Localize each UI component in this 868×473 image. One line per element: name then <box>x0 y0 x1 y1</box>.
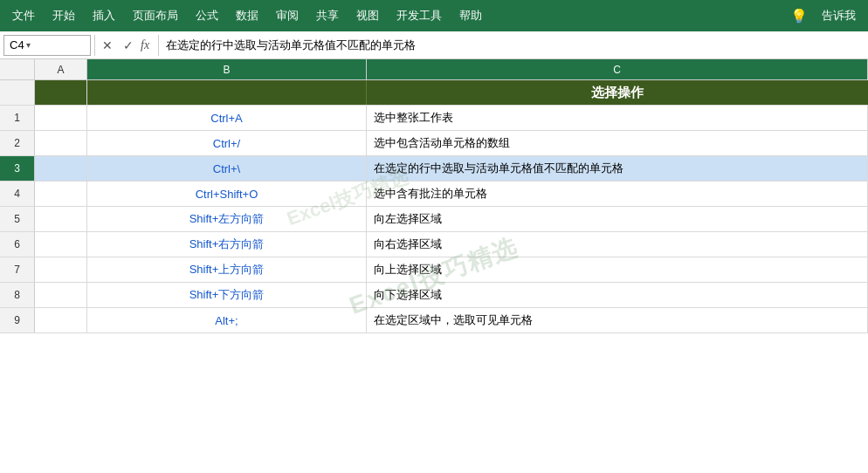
table-row: 4 Ctrl+Shift+O 选中含有批注的单元格 <box>0 182 868 207</box>
cell-2-c[interactable]: 选中包含活动单元格的数组 <box>367 131 868 155</box>
col-header-a[interactable]: A <box>35 59 87 79</box>
cell-5-c[interactable]: 向左选择区域 <box>367 207 868 231</box>
cell-6-b[interactable]: Shift+右方向箭 <box>87 232 367 257</box>
cell-8-b[interactable]: Shift+下方向箭 <box>87 283 367 307</box>
cell-3-a[interactable] <box>35 156 87 181</box>
row-num-7: 7 <box>0 257 35 282</box>
ribbon: 文件 开始 插入 页面布局 公式 数据 审阅 共享 视图 开发工具 帮助 💡 告… <box>0 0 868 31</box>
table-row: 9 Alt+; 在选定区域中，选取可见单元格 <box>0 308 868 333</box>
row-num-header <box>0 59 35 79</box>
name-box-value: C4 <box>10 38 24 51</box>
menu-file[interactable]: 文件 <box>3 4 44 27</box>
row-num-8: 8 <box>0 283 35 307</box>
menu-insert[interactable]: 插入 <box>84 4 124 27</box>
formula-bar-icons: ✕ ✓ <box>99 37 137 54</box>
cell-3-c[interactable]: 在选定的行中选取与活动单元格值不匹配的单元格 <box>367 156 868 181</box>
table-row: 7 Shift+上方向箭 向上选择区域 <box>0 257 868 283</box>
cell-1-a[interactable] <box>35 106 87 130</box>
menu-review[interactable]: 审阅 <box>267 4 307 27</box>
name-box-dropdown-icon[interactable]: ▾ <box>26 40 31 50</box>
cell-2-a[interactable] <box>35 131 87 155</box>
menu-formula[interactable]: 公式 <box>187 4 227 27</box>
column-headers: A B C <box>0 59 868 80</box>
col-header-c[interactable]: C <box>367 59 868 79</box>
formula-bar-divider2 <box>158 35 159 56</box>
cell-header-b[interactable] <box>87 80 367 105</box>
cell-1-b[interactable]: Ctrl+A <box>87 106 367 130</box>
cell-7-a[interactable] <box>35 257 87 282</box>
row-num-2: 2 <box>0 131 35 155</box>
cell-4-a[interactable] <box>35 182 87 206</box>
cell-2-b[interactable]: Ctrl+/ <box>87 131 367 155</box>
cell-3-b[interactable]: Ctrl+\ <box>87 156 367 181</box>
table-row: 8 Shift+下方向箭 向下选择区域 <box>0 283 868 308</box>
cell-7-b[interactable]: Shift+上方向箭 <box>87 257 367 282</box>
col-header-b[interactable]: B <box>87 59 367 79</box>
name-box[interactable]: C4 ▾ <box>3 35 91 56</box>
cell-9-b[interactable]: Alt+; <box>87 308 367 332</box>
confirm-icon[interactable]: ✓ <box>120 37 137 54</box>
tell-me[interactable]: 告诉我 <box>813 4 865 27</box>
table-header-row: 选择操作 <box>0 80 868 106</box>
formula-bar: C4 ▾ ✕ ✓ fx 在选定的行中选取与活动单元格值不匹配的单元格 <box>0 31 868 59</box>
lightbulb-icon: 💡 <box>785 8 813 24</box>
cancel-icon[interactable]: ✕ <box>99 37 116 54</box>
menu-data[interactable]: 数据 <box>227 4 267 27</box>
spreadsheet: A B C Excel技巧精选 Excel技巧精选 选择操作 1 Ctrl+A … <box>0 59 868 473</box>
menu-share[interactable]: 共享 <box>307 4 348 27</box>
cell-header-a[interactable] <box>35 80 87 105</box>
menu-home[interactable]: 开始 <box>44 4 84 27</box>
cell-5-b[interactable]: Shift+左方向箭 <box>87 207 367 231</box>
cell-9-a[interactable] <box>35 308 87 332</box>
cell-5-a[interactable] <box>35 207 87 231</box>
cell-1-c[interactable]: 选中整张工作表 <box>367 106 868 130</box>
menu-page-layout[interactable]: 页面布局 <box>124 4 187 27</box>
rows-area: Excel技巧精选 Excel技巧精选 选择操作 1 Ctrl+A 选中整张工作… <box>0 80 868 473</box>
menu-help[interactable]: 帮助 <box>451 4 491 27</box>
table-row: 5 Shift+左方向箭 向左选择区域 <box>0 207 868 232</box>
table-row: 6 Shift+右方向箭 向右选择区域 <box>0 232 868 257</box>
row-num-5: 5 <box>0 207 35 231</box>
cell-header-c[interactable]: 选择操作 <box>367 80 868 105</box>
cell-8-c[interactable]: 向下选择区域 <box>367 283 868 307</box>
cell-4-c[interactable]: 选中含有批注的单元格 <box>367 182 868 206</box>
table-row: 1 Ctrl+A 选中整张工作表 <box>0 106 868 131</box>
formula-input[interactable]: 在选定的行中选取与活动单元格值不匹配的单元格 <box>162 36 865 55</box>
row-num-1: 1 <box>0 106 35 130</box>
row-num-3: 3 <box>0 156 35 181</box>
row-num-9: 9 <box>0 308 35 332</box>
row-num-6: 6 <box>0 232 35 257</box>
row-num-header-0 <box>0 80 35 105</box>
fx-label: fx <box>141 38 149 52</box>
cell-4-b[interactable]: Ctrl+Shift+O <box>87 182 367 206</box>
cell-7-c[interactable]: 向上选择区域 <box>367 257 868 282</box>
table-row: 2 Ctrl+/ 选中包含活动单元格的数组 <box>0 131 868 156</box>
formula-bar-divider <box>94 35 95 56</box>
cell-6-a[interactable] <box>35 232 87 257</box>
cell-9-c[interactable]: 在选定区域中，选取可见单元格 <box>367 308 868 332</box>
cell-6-c[interactable]: 向右选择区域 <box>367 232 868 257</box>
menu-view[interactable]: 视图 <box>348 4 388 27</box>
table-row-selected: 3 Ctrl+\ 在选定的行中选取与活动单元格值不匹配的单元格 <box>0 156 868 182</box>
row-num-4: 4 <box>0 182 35 206</box>
menu-developer[interactable]: 开发工具 <box>388 4 451 27</box>
cell-8-a[interactable] <box>35 283 87 307</box>
